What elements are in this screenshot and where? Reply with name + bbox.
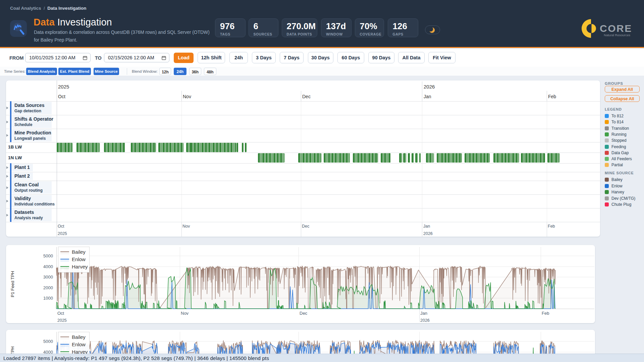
svg-text:Natural Resources: Natural Resources: [604, 33, 630, 37]
svg-text:CORE: CORE: [600, 23, 632, 34]
